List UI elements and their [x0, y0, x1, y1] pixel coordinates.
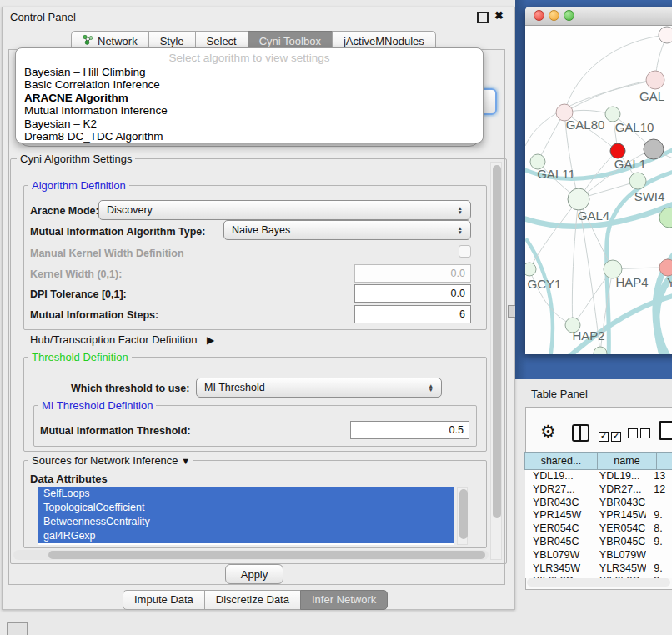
- tab-style-label: Style: [160, 35, 184, 48]
- table-cell: YPR145W: [592, 509, 646, 522]
- split-columns-icon[interactable]: [572, 424, 589, 442]
- tab-discretize-data[interactable]: Discretize Data: [204, 590, 301, 610]
- table-cell: YER054C: [592, 522, 646, 536]
- table-row[interactable]: YDR27...YDR27...12: [525, 483, 672, 497]
- algorithm-option-aracne-algorithm[interactable]: ARACNE Algorithm: [16, 92, 483, 104]
- algorithm-option-mutual-information-inference[interactable]: Mutual Information Inference: [16, 104, 483, 117]
- mi-threshold-label: Mutual Information Threshold:: [40, 425, 191, 437]
- attributes-list-scrollbar[interactable]: [457, 487, 468, 545]
- table-cell: 9.: [646, 562, 672, 576]
- which-threshold-label: Which threshold to use:: [71, 382, 189, 394]
- table-cell: 9.: [646, 509, 672, 522]
- kernel-width-field[interactable]: 0.0: [354, 264, 471, 282]
- mi-algorithm-type-combo[interactable]: Naive Bayes ▲▼: [223, 220, 471, 240]
- network-node-y[interactable]: [659, 259, 672, 276]
- settings-horizontal-scrollbar[interactable]: [13, 550, 489, 560]
- table-cell: YPR145W: [525, 509, 592, 522]
- close-window-icon[interactable]: [534, 10, 544, 21]
- minimize-window-icon[interactable]: [549, 10, 559, 21]
- collapsed-panel-icon[interactable]: [7, 622, 28, 635]
- network-node[interactable]: [659, 27, 672, 43]
- tab-jactivemnodules-label: jActiveMNodules: [344, 35, 424, 48]
- algorithm-option-bayesian-k2[interactable]: Bayesian – K2: [16, 118, 483, 130]
- hub-definition-label: Hub/Transcription Factor Definition: [30, 333, 197, 346]
- mi-steps-field[interactable]: 6: [354, 305, 471, 323]
- select-all-columns-icon[interactable]: ✓✓: [599, 427, 624, 442]
- network-node[interactable]: [644, 139, 664, 159]
- data-attribute-item[interactable]: TopologicalCoefficient: [38, 501, 454, 515]
- float-window-icon[interactable]: [477, 12, 489, 23]
- combo-spinner-icon: ▲▼: [458, 206, 463, 215]
- tab-cyni-toolbox-label: Cyni Toolbox: [259, 35, 321, 48]
- table-row[interactable]: YER054CYER054C8.: [525, 522, 672, 536]
- table-row[interactable]: YBR043CYBR043C: [525, 497, 672, 510]
- control-panel-title: Control Panel: [10, 11, 76, 23]
- mi-steps-label: Mutual Information Steps:: [30, 309, 158, 321]
- table-horizontal-scrollbar[interactable]: [527, 578, 670, 587]
- manual-kernel-width-checkbox[interactable]: [459, 245, 471, 258]
- hub-definition-expander[interactable]: Hub/Transcription Factor Definition ▶: [30, 333, 214, 346]
- aracne-mode-combo[interactable]: Discovery ▲▼: [98, 200, 471, 220]
- network-canvas[interactable]: GALGAL80GAL10GAL1SWI4GAL11GAL4GCY1HAP4YH…: [525, 25, 672, 354]
- network-node-gcy1[interactable]: [525, 262, 536, 276]
- deselect-all-columns-icon[interactable]: [628, 427, 653, 442]
- table-cell: YBL079W: [525, 549, 592, 562]
- gear-icon[interactable]: ⚙: [540, 422, 556, 442]
- kernel-width-value: 0.0: [451, 268, 465, 279]
- network-node-gal[interactable]: [646, 71, 664, 89]
- close-panel-icon[interactable]: ✖: [494, 9, 504, 22]
- which-threshold-combo[interactable]: MI Threshold ▲▼: [196, 378, 442, 398]
- table-panel-title: Table Panel: [531, 388, 588, 400]
- sources-title: Sources for Network Inference: [32, 454, 178, 467]
- data-attribute-item[interactable]: SelfLoops: [38, 487, 454, 501]
- column-header-shared[interactable]: shared...: [524, 452, 598, 470]
- settings-vertical-scrollbar[interactable]: [490, 162, 502, 560]
- mi-steps-value: 6: [459, 308, 465, 320]
- node-label-hap2: HAP2: [572, 328, 604, 342]
- tab-infer-network[interactable]: Infer Network: [300, 590, 388, 610]
- data-attribute-item[interactable]: gal4RGexp: [38, 529, 454, 543]
- network-node[interactable]: [594, 347, 607, 354]
- network-node-gal4[interactable]: [568, 188, 589, 210]
- algorithm-definition-title: Algorithm Definition: [28, 179, 129, 192]
- tab-impute-data[interactable]: Impute Data: [123, 590, 205, 610]
- mi-threshold-value: 0.5: [449, 424, 464, 436]
- mi-algorithm-type-label: Mutual Information Algorithm Type:: [30, 226, 205, 238]
- manual-kernel-width-label: Manual Kernel Width Definition: [30, 248, 184, 259]
- table-cell: 13: [646, 470, 672, 483]
- table-row[interactable]: YDL19...YDL19...13: [525, 470, 672, 483]
- node-label-hap4: HAP4: [615, 275, 648, 289]
- mi-threshold-field[interactable]: 0.5: [350, 421, 469, 439]
- apply-button[interactable]: Apply: [225, 564, 283, 584]
- node-label-gal10: GAL10: [615, 120, 654, 134]
- table-cell: 9.: [646, 536, 672, 549]
- algorithm-option-dream8-dc-tdc-algorithm[interactable]: Dream8 DC_TDC Algorithm: [16, 130, 483, 142]
- table-row[interactable]: YLR345WYLR345W9.: [525, 562, 672, 576]
- table-row[interactable]: YBR045CYBR045C9.: [525, 536, 672, 549]
- column-header-2[interactable]: [656, 452, 672, 470]
- algorithm-option-basic-correlation-inference[interactable]: Basic Correlation Inference: [16, 78, 483, 91]
- new-table-file-icon[interactable]: [659, 421, 672, 440]
- node-label-y: Y: [667, 275, 672, 289]
- network-window-titlebar[interactable]: [525, 7, 672, 26]
- column-header-name[interactable]: name: [597, 452, 657, 470]
- table-cell: YLR345W: [592, 562, 646, 576]
- combo-spinner-icon: ▲▼: [429, 383, 434, 392]
- table-cell: YDL19...: [525, 470, 592, 483]
- algorithm-dropdown-popup: Select algorithm to view settings Bayesi…: [15, 48, 484, 143]
- algorithm-option-bayesian-hill-climbing[interactable]: Bayesian – Hill Climbing: [16, 66, 483, 78]
- network-node-swi4[interactable]: [629, 172, 646, 189]
- apply-button-label: Apply: [241, 568, 268, 581]
- which-threshold-value: MI Threshold: [204, 382, 265, 393]
- table-row[interactable]: YBL079WYBL079W: [525, 549, 672, 562]
- dpi-tolerance-field[interactable]: 0.0: [354, 284, 471, 302]
- cyni-settings-title: Cyni Algorithm Settings: [17, 152, 135, 165]
- zoom-window-icon[interactable]: [564, 10, 574, 21]
- aracne-mode-label: Aracne Mode:: [30, 205, 99, 217]
- table-row[interactable]: YPR145WYPR145W9.: [525, 509, 672, 522]
- sources-title-row[interactable]: Sources for Network Inference ▼: [28, 454, 193, 467]
- expander-arrow-right-icon: ▶: [207, 334, 214, 346]
- table-cell: YBR043C: [525, 497, 592, 510]
- expander-arrow-down-icon: ▼: [181, 456, 190, 466]
- data-attribute-item[interactable]: BetweennessCentrality: [38, 515, 454, 529]
